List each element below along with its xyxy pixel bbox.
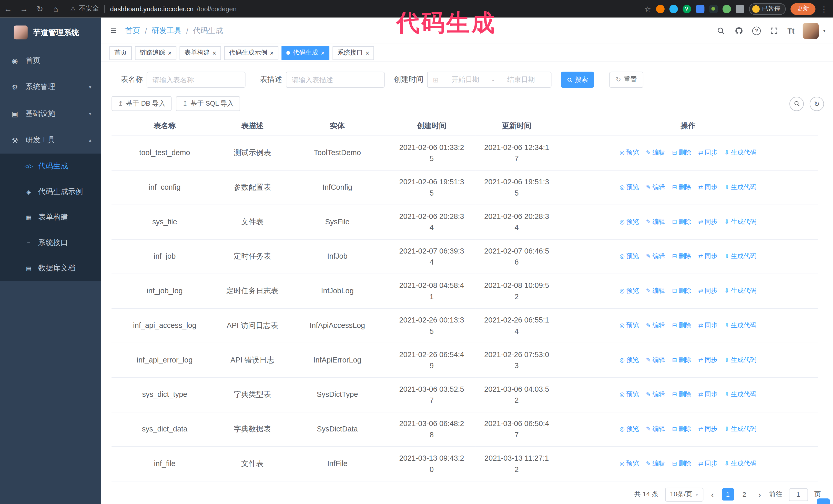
view-tab[interactable]: 代码生成×: [282, 46, 330, 60]
toggle-search-button[interactable]: [789, 96, 804, 111]
close-tab-icon[interactable]: ×: [321, 50, 325, 56]
extension-icon-people[interactable]: [696, 5, 704, 13]
sidebar-subitem-form-builder[interactable]: ▦表单构建: [0, 205, 101, 230]
action-preview-link[interactable]: ◎预览: [619, 285, 639, 296]
app-logo[interactable]: 芋道管理系统: [0, 18, 101, 47]
action-preview-link[interactable]: ◎预览: [619, 147, 639, 159]
action-generate-link[interactable]: ⇩生成代码: [724, 389, 756, 400]
sidebar-subitem-api[interactable]: ≡系统接口: [0, 230, 101, 255]
sidebar-item-system[interactable]: ⚙系统管理▾: [0, 74, 101, 100]
action-sync-link[interactable]: ⇄同步: [698, 354, 717, 365]
action-sync-link[interactable]: ⇄同步: [698, 320, 717, 331]
action-generate-link[interactable]: ⇩生成代码: [724, 354, 756, 365]
prev-page-button[interactable]: ‹: [710, 490, 715, 499]
action-edit-link[interactable]: ✎编辑: [646, 216, 665, 227]
address-bar[interactable]: ⚠ 不安全 dashboard.yudao.iocoder.cn/tool/co…: [70, 4, 237, 13]
action-edit-link[interactable]: ✎编辑: [646, 354, 665, 365]
action-delete-link[interactable]: ⊟删除: [672, 182, 691, 193]
action-preview-link[interactable]: ◎预览: [619, 424, 639, 435]
breadcrumb-item[interactable]: 研发工具: [152, 26, 182, 35]
hamburger-icon[interactable]: ≡: [111, 24, 117, 37]
action-delete-link[interactable]: ⊟删除: [672, 320, 691, 331]
action-delete-link[interactable]: ⊟删除: [672, 285, 691, 296]
action-preview-link[interactable]: ◎预览: [619, 251, 639, 262]
close-tab-icon[interactable]: ×: [365, 50, 369, 56]
action-delete-link[interactable]: ⊟删除: [672, 424, 691, 435]
view-tab[interactable]: 首页: [110, 46, 132, 60]
back-to-top-button[interactable]: [817, 498, 830, 504]
date-range-picker[interactable]: ⊞ 开始日期 - 结束日期: [427, 72, 551, 88]
action-edit-link[interactable]: ✎编辑: [646, 458, 665, 470]
sidebar-subitem-db-doc[interactable]: ▤数据库文档: [0, 256, 101, 281]
extensions-puzzle-icon[interactable]: [736, 5, 744, 13]
action-sync-link[interactable]: ⇄同步: [698, 216, 717, 227]
action-delete-link[interactable]: ⊟删除: [672, 216, 691, 227]
action-preview-link[interactable]: ◎预览: [619, 320, 639, 331]
action-generate-link[interactable]: ⇩生成代码: [724, 216, 756, 227]
sidebar-item-infra[interactable]: ▣基础设施▾: [0, 100, 101, 127]
next-page-button[interactable]: ›: [757, 490, 763, 499]
bookmark-star-icon[interactable]: ☆: [644, 5, 651, 13]
paused-badge[interactable]: 已暂停: [749, 3, 786, 15]
browser-menu-icon[interactable]: ⋮: [820, 5, 828, 13]
action-sync-link[interactable]: ⇄同步: [698, 182, 717, 193]
action-sync-link[interactable]: ⇄同步: [698, 147, 717, 159]
action-preview-link[interactable]: ◎预览: [619, 182, 639, 193]
action-sync-link[interactable]: ⇄同步: [698, 458, 717, 470]
action-generate-link[interactable]: ⇩生成代码: [724, 182, 756, 193]
breadcrumb-item[interactable]: 首页: [125, 26, 140, 35]
reload-icon[interactable]: ↻: [32, 4, 48, 14]
sidebar-subitem-codegen[interactable]: </>代码生成: [0, 153, 101, 179]
help-icon[interactable]: ?: [752, 26, 761, 35]
back-icon[interactable]: ←: [0, 4, 16, 13]
close-tab-icon[interactable]: ×: [213, 50, 216, 56]
caret-down-icon[interactable]: ▾: [823, 28, 826, 33]
home-icon[interactable]: ⌂: [48, 4, 64, 13]
view-tab[interactable]: 代码生成示例×: [224, 46, 278, 60]
action-edit-link[interactable]: ✎编辑: [646, 389, 665, 400]
fullscreen-icon[interactable]: [769, 26, 779, 35]
table-desc-input[interactable]: [286, 72, 385, 88]
extension-icon-drop[interactable]: [669, 5, 678, 13]
action-edit-link[interactable]: ✎编辑: [646, 182, 665, 193]
action-delete-link[interactable]: ⊟删除: [672, 147, 691, 159]
action-preview-link[interactable]: ◎预览: [619, 216, 639, 227]
extension-icon-orange[interactable]: [656, 5, 664, 13]
search-icon[interactable]: [716, 26, 726, 35]
page-number-button[interactable]: 2: [738, 488, 751, 501]
action-delete-link[interactable]: ⊟删除: [672, 251, 691, 262]
extension-icon-dark[interactable]: [709, 5, 717, 13]
action-sync-link[interactable]: ⇄同步: [698, 424, 717, 435]
action-edit-link[interactable]: ✎编辑: [646, 147, 665, 159]
close-tab-icon[interactable]: ×: [270, 50, 274, 56]
action-edit-link[interactable]: ✎编辑: [646, 424, 665, 435]
page-number-button[interactable]: 1: [722, 488, 734, 501]
view-tab[interactable]: 链路追踪×: [135, 46, 176, 60]
action-generate-link[interactable]: ⇩生成代码: [724, 147, 756, 159]
goto-page-input[interactable]: [789, 488, 808, 501]
view-tab[interactable]: 系统接口×: [333, 46, 374, 60]
search-button[interactable]: 搜索: [561, 72, 594, 88]
action-preview-link[interactable]: ◎预览: [619, 458, 639, 470]
view-tab[interactable]: 表单构建×: [180, 46, 221, 60]
extension-icon-v[interactable]: V: [682, 5, 691, 13]
import-sql-button[interactable]: ↥ 基于 SQL 导入: [176, 96, 240, 111]
extension-icon-leaf[interactable]: [722, 5, 731, 13]
action-sync-link[interactable]: ⇄同步: [698, 389, 717, 400]
sidebar-subitem-codegen-demo[interactable]: ◈代码生成示例: [0, 179, 101, 204]
forward-icon[interactable]: →: [16, 4, 32, 13]
action-generate-link[interactable]: ⇩生成代码: [724, 251, 756, 262]
action-sync-link[interactable]: ⇄同步: [698, 251, 717, 262]
action-preview-link[interactable]: ◎预览: [619, 389, 639, 400]
close-tab-icon[interactable]: ×: [168, 50, 172, 56]
page-size-select[interactable]: 10条/页 ▾: [665, 487, 703, 501]
action-preview-link[interactable]: ◎预览: [619, 354, 639, 365]
action-generate-link[interactable]: ⇩生成代码: [724, 285, 756, 296]
action-generate-link[interactable]: ⇩生成代码: [724, 424, 756, 435]
action-delete-link[interactable]: ⊟删除: [672, 458, 691, 470]
action-edit-link[interactable]: ✎编辑: [646, 285, 665, 296]
sidebar-item-devtools[interactable]: ⚒研发工具▴: [0, 127, 101, 153]
action-delete-link[interactable]: ⊟删除: [672, 354, 691, 365]
action-generate-link[interactable]: ⇩生成代码: [724, 458, 756, 470]
action-edit-link[interactable]: ✎编辑: [646, 251, 665, 262]
